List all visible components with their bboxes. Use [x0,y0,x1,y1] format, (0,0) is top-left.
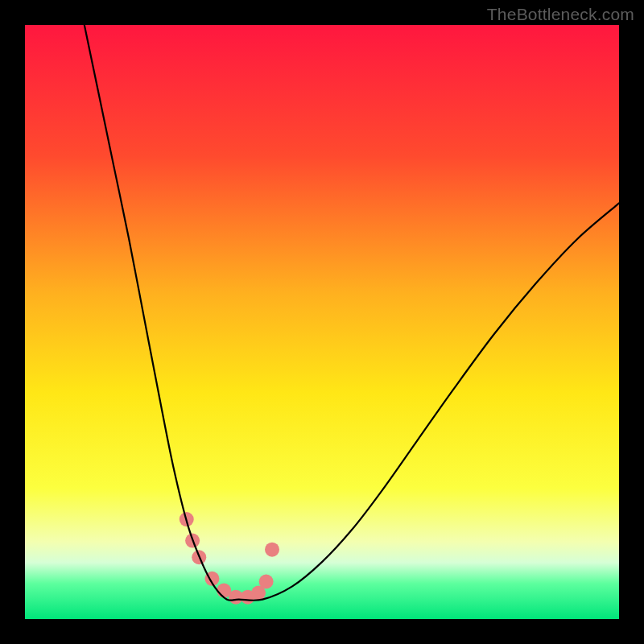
attribution-text: TheBottleneck.com [487,5,634,24]
marker-dot [265,543,279,557]
chart-frame: TheBottleneck.com [0,0,644,644]
chart-svg [25,25,619,619]
gradient-background [25,25,619,619]
plot-area [25,25,619,619]
marker-dot [259,575,274,589]
